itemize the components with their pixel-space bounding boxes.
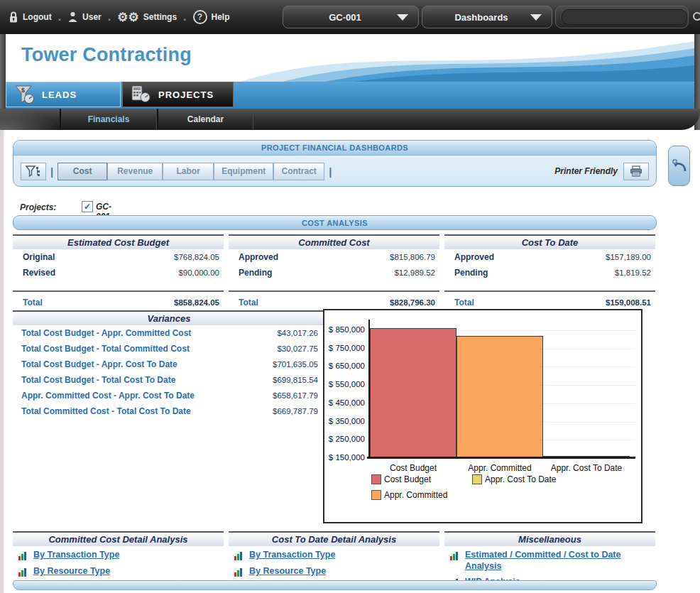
revenue-tab-button[interactable]: Revenue: [107, 163, 163, 180]
stat-label: Approved: [454, 252, 494, 262]
variance-label: Appr. Committed Cost - Appr. Cost To Dat…: [21, 391, 195, 401]
search-box: [555, 6, 689, 28]
stat-value: $768,824.05: [174, 253, 219, 261]
detail-link[interactable]: Estimated / Committed / Cost to Date Ana…: [450, 550, 655, 572]
variance-value: $699,815.54: [273, 376, 318, 384]
search-input[interactable]: [562, 9, 687, 25]
total-value: $858,824.05: [174, 298, 219, 307]
stat-value: $815,806.79: [390, 253, 435, 261]
sub-tab-bar: Financials Calendar: [0, 109, 700, 130]
detail-link-label: By Resource Type: [249, 566, 326, 577]
stat-row: Pending $12,989.52: [229, 265, 439, 281]
section-header: Cost To Date Detail Analysis: [229, 531, 439, 546]
stat-row: Original $768,824.05: [13, 249, 224, 265]
column-header: Estimated Cost Budget: [13, 234, 224, 249]
detail-link-label: By Transaction Type: [33, 550, 119, 561]
column-header: Cost To Date: [444, 234, 655, 249]
legend-item: Appr. Cost To Date: [472, 474, 557, 484]
bar-chart-icon: [234, 550, 242, 560]
column-header: Committed Cost: [229, 234, 439, 249]
branding-header: Tower Contracting: [6, 34, 694, 82]
legend-label: Cost Budget: [384, 474, 431, 484]
variance-row: Total Cost Budget - Total Cost To Date$6…: [13, 372, 325, 388]
printer-friendly-label: Printer Friendly: [554, 166, 618, 176]
variance-row: Total Cost Budget - Appr. Committed Cost…: [13, 325, 325, 341]
detail-link-label: By Transaction Type: [249, 550, 335, 561]
detail-links-1: By Transaction TypeBy Resource Type: [229, 550, 439, 577]
bar-chart-icon: [450, 550, 458, 560]
dashboard-panel-header: PROJECT FINANCIAL DASHBOARDS | Cost Reve…: [13, 140, 657, 187]
chart-bar: [370, 328, 456, 457]
tab-leads-label: LEADS: [42, 89, 77, 100]
menu-separator-dot: .: [183, 11, 186, 23]
application-window: Logout . User . ⚙⚙ Settings . ? Help GC-…: [0, 0, 700, 593]
stat-row: Approved $157,189.00: [444, 249, 655, 265]
variance-row: Total Cost Budget - Total Committed Cost…: [13, 341, 325, 357]
user-button[interactable]: User: [67, 11, 102, 23]
variance-row: Total Cost Budget - Appr. Cost To Date$7…: [13, 357, 325, 372]
total-row: Total $858,824.05: [13, 290, 224, 308]
chart-bar: [456, 336, 543, 457]
detail-link[interactable]: By Resource Type: [18, 566, 224, 577]
projects-calculator-icon: [130, 85, 151, 104]
nav-selector-dropdown[interactable]: Dashboards: [422, 6, 552, 28]
subtab-financials[interactable]: Financials: [60, 109, 157, 130]
window-frame-left-lower: [0, 130, 4, 593]
total-value: $159,008.51: [606, 298, 651, 307]
tab-leads[interactable]: $ LEADS: [6, 82, 121, 107]
stat-value: $12,989.52: [394, 268, 435, 277]
stat-row: Revised $90,000.00: [13, 265, 224, 281]
toolbar-separator: |: [50, 165, 53, 178]
tab-projects[interactable]: PROJECTS: [122, 82, 234, 107]
leads-funnel-icon: $: [13, 85, 35, 104]
total-label: Total: [239, 298, 258, 308]
panel-collapse-button[interactable]: [668, 146, 690, 186]
project-checkbox[interactable]: ✓: [82, 201, 93, 212]
detail-links-0: By Transaction TypeBy Resource Type: [13, 550, 224, 577]
detail-link-label: By Resource Type: [33, 566, 110, 577]
filter-button[interactable]: [21, 163, 46, 180]
projects-label: Projects:: [20, 202, 56, 212]
total-label: Total: [454, 298, 474, 308]
subtab-calendar[interactable]: Calendar: [157, 109, 253, 130]
y-axis-tick-label: $ 350,000: [326, 417, 365, 425]
section-header: Committed Cost Detail Analysis: [13, 531, 224, 546]
cost-tab-button[interactable]: Cost: [58, 163, 107, 180]
equipment-tab-button[interactable]: Equipment: [214, 163, 273, 180]
stat-label: Original: [23, 252, 55, 262]
project-selector-dropdown[interactable]: GC-001: [283, 6, 419, 28]
settings-button[interactable]: ⚙⚙ Settings: [117, 11, 177, 23]
projects-filter-row: Projects: ✓ GC-001: [20, 201, 56, 214]
y-axis-tick-label: $ 750,000: [326, 344, 365, 352]
y-axis-tick-label: $ 450,000: [326, 398, 365, 407]
subtab-calendar-label: Calendar: [187, 114, 224, 124]
variance-row: Total Committed Cost - Total Cost To Dat…: [13, 403, 325, 419]
contract-tab-button[interactable]: Contract: [273, 163, 324, 180]
detail-link[interactable]: By Resource Type: [234, 566, 439, 577]
detail-link[interactable]: By Transaction Type: [18, 550, 224, 561]
stat-value: $90,000.00: [178, 268, 219, 277]
undo-arrow-icon: [672, 158, 687, 174]
variance-value: $30,027.75: [277, 344, 318, 353]
logout-button[interactable]: Logout: [9, 11, 52, 23]
legend-label: Appr. Committed: [384, 490, 447, 500]
detail-link[interactable]: By Transaction Type: [234, 550, 439, 561]
help-button[interactable]: ? Help: [193, 10, 230, 24]
section-header: Miscellaneous: [444, 531, 655, 546]
toolbar-separator: |: [329, 165, 332, 178]
variance-row: Appr. Committed Cost - Appr. Cost To Dat…: [13, 388, 325, 403]
cost-to-date-column: Cost To Date Approved $157,189.00 Pendin…: [444, 234, 655, 308]
lock-icon: [9, 11, 18, 23]
labor-tab-button[interactable]: Labor: [163, 163, 214, 180]
total-label: Total: [23, 298, 43, 308]
stat-label: Approved: [239, 252, 278, 262]
variances-header: Variances: [13, 310, 325, 325]
bar-chart-icon: [18, 567, 26, 577]
y-axis-tick-label: $ 250,000: [326, 435, 365, 443]
subtab-financials-label: Financials: [88, 114, 130, 124]
variance-table: Total Cost Budget - Appr. Committed Cost…: [13, 325, 325, 419]
filter-funnel-icon: [26, 165, 41, 177]
committed-cost-detail-section: Committed Cost Detail Analysis By Transa…: [13, 531, 224, 582]
printer-friendly-button[interactable]: [623, 163, 649, 180]
estimated-cost-budget-column: Estimated Cost Budget Original $768,824.…: [13, 234, 224, 308]
